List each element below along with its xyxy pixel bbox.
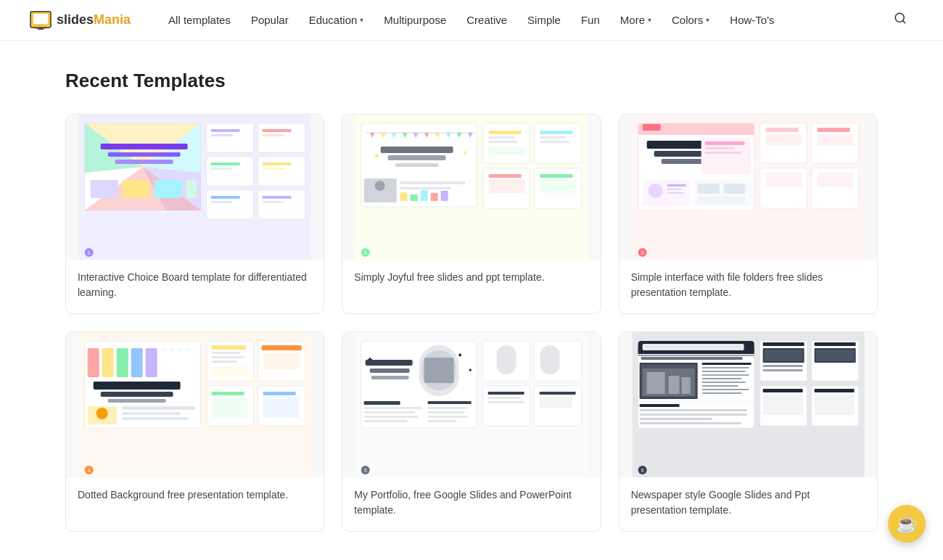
- svg-rect-25: [258, 190, 305, 219]
- svg-rect-196: [488, 392, 524, 395]
- svg-rect-155: [212, 356, 244, 358]
- svg-rect-223: [701, 389, 749, 390]
- svg-rect-235: [762, 342, 804, 346]
- svg-rect-21: [258, 123, 305, 152]
- svg-line-5: [902, 20, 905, 22]
- template-card-joyful[interactable]: ★ ★: [342, 114, 601, 314]
- template-card-dotted[interactable]: 4 Dotted Background free presentation te…: [65, 332, 324, 532]
- svg-rect-173: [424, 358, 454, 383]
- nav-multipurpose[interactable]: Multipurpose: [375, 9, 455, 30]
- template-thumb-joyful: ★ ★: [342, 115, 600, 260]
- svg-rect-224: [701, 392, 741, 394]
- svg-rect-60: [400, 181, 466, 184]
- svg-rect-78: [489, 174, 522, 178]
- svg-rect-65: [431, 193, 438, 201]
- svg-rect-3: [35, 28, 46, 29]
- svg-rect-76: [540, 136, 566, 139]
- svg-rect-115: [765, 173, 802, 187]
- svg-rect-75: [540, 131, 573, 134]
- svg-rect-189: [428, 420, 457, 422]
- nav-education[interactable]: Education ▾: [300, 9, 373, 30]
- template-card-choice-board[interactable]: 1 Interactive Choice Board template for …: [65, 114, 324, 314]
- svg-rect-163: [212, 392, 244, 395]
- svg-rect-230: [639, 422, 741, 424]
- svg-rect-88: [642, 124, 660, 131]
- buy-coffee-button[interactable]: ☕: [888, 505, 926, 543]
- svg-point-132: [188, 349, 189, 350]
- thumb-svg-joyful: ★ ★: [342, 115, 600, 260]
- svg-rect-177: [366, 360, 413, 366]
- section-title: Recent Templates: [65, 70, 878, 92]
- svg-rect-63: [411, 194, 418, 201]
- svg-text:3: 3: [641, 250, 643, 255]
- svg-rect-194: [497, 345, 516, 374]
- nav-simple[interactable]: Simple: [519, 9, 569, 30]
- template-card-folders[interactable]: 3 Simple interface with file folders fre…: [619, 114, 878, 314]
- svg-rect-74: [489, 147, 525, 155]
- nav-right: [886, 7, 914, 33]
- nav-how-tos[interactable]: How-To's: [721, 9, 783, 30]
- svg-rect-15: [115, 160, 173, 164]
- svg-rect-246: [814, 395, 854, 415]
- search-button[interactable]: [886, 7, 914, 33]
- svg-text:✦: ✦: [457, 351, 463, 359]
- svg-rect-183: [364, 416, 419, 418]
- svg-rect-66: [441, 191, 448, 201]
- template-thumb-newspaper: 6: [619, 332, 877, 477]
- svg-rect-145: [101, 392, 173, 397]
- svg-rect-229: [639, 418, 712, 420]
- nav-more[interactable]: More ▾: [611, 9, 660, 30]
- svg-rect-80: [540, 174, 573, 178]
- svg-rect-64: [421, 190, 428, 201]
- svg-text:4: 4: [88, 468, 91, 473]
- nav-creative[interactable]: Creative: [458, 9, 516, 30]
- svg-rect-102: [667, 192, 684, 194]
- svg-rect-36: [263, 196, 292, 199]
- svg-rect-142: [131, 348, 143, 377]
- svg-rect-188: [428, 416, 468, 418]
- svg-rect-28: [263, 129, 292, 132]
- svg-rect-114: [817, 134, 853, 145]
- svg-text:5: 5: [364, 468, 367, 473]
- svg-rect-113: [817, 128, 849, 132]
- svg-rect-156: [212, 361, 237, 363]
- svg-rect-22: [207, 157, 254, 186]
- svg-rect-143: [146, 348, 157, 377]
- svg-rect-104: [697, 184, 719, 194]
- svg-rect-242: [815, 350, 854, 361]
- svg-rect-20: [207, 123, 254, 152]
- svg-rect-77: [540, 141, 569, 143]
- svg-rect-200: [540, 397, 572, 408]
- template-thumb-dotted: 4: [66, 332, 324, 477]
- svg-rect-219: [701, 374, 749, 376]
- svg-rect-72: [489, 136, 514, 139]
- svg-rect-17: [123, 180, 150, 198]
- svg-rect-153: [212, 345, 247, 350]
- svg-rect-228: [639, 413, 746, 416]
- svg-rect-100: [667, 184, 685, 186]
- nav-popular[interactable]: Popular: [242, 9, 297, 30]
- svg-rect-55: [395, 163, 439, 167]
- nav-colors[interactable]: Colors ▾: [663, 9, 718, 30]
- svg-point-59: [375, 181, 385, 191]
- svg-rect-19: [186, 180, 197, 198]
- svg-point-129: [162, 349, 163, 350]
- svg-rect-112: [765, 134, 802, 145]
- svg-rect-96: [704, 147, 733, 149]
- svg-rect-187: [428, 411, 464, 413]
- svg-rect-26: [211, 129, 240, 132]
- svg-rect-150: [123, 412, 181, 415]
- template-card-newspaper[interactable]: 6 Newspaper style Google Slides and Ppt …: [619, 332, 878, 532]
- template-card-portfolio[interactable]: ✦ ✦ ✦: [342, 332, 601, 532]
- nav-fun[interactable]: Fun: [572, 9, 609, 30]
- logo-link[interactable]: slidesMania: [29, 10, 131, 30]
- svg-rect-164: [212, 398, 248, 418]
- svg-rect-146: [108, 399, 166, 403]
- template-caption-choice-board: Interactive Choice Board template for di…: [66, 260, 324, 313]
- thumb-svg-newspaper: 6: [619, 332, 877, 477]
- svg-rect-30: [211, 162, 240, 165]
- svg-rect-214: [668, 376, 679, 394]
- svg-rect-166: [263, 398, 300, 418]
- nav-all-templates[interactable]: All templates: [160, 9, 239, 30]
- svg-rect-220: [701, 378, 741, 379]
